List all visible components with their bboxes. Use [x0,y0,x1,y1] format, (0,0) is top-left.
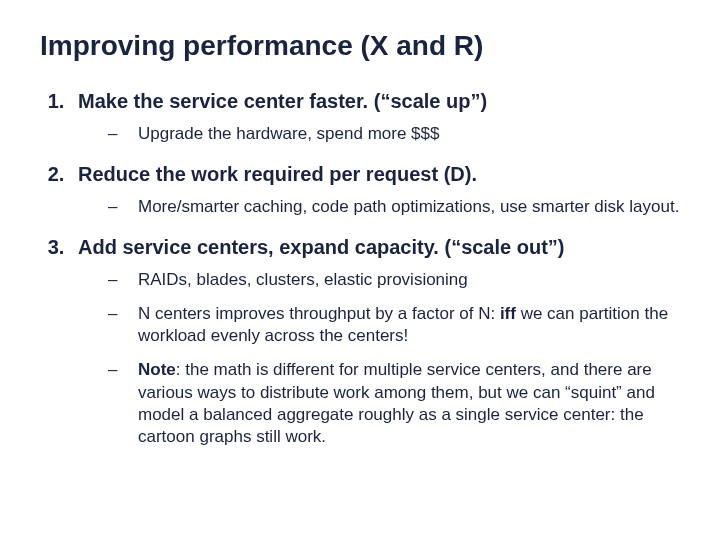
sub-list-3: RAIDs, blades, clusters, elastic provisi… [78,269,680,448]
sub-item-text: : the math is different for multiple ser… [138,360,655,445]
slide: Improving performance (X and R) Make the… [0,0,720,540]
sub-list-2: More/smarter caching, code path optimiza… [78,196,680,218]
sub-list-1: Upgrade the hardware, spend more $$$ [78,123,680,145]
sub-item: More/smarter caching, code path optimiza… [108,196,680,218]
sub-item-bold-prefix: Note [138,360,176,379]
list-item-3-text: Add service centers, expand capacity. (“… [78,236,564,258]
slide-title: Improving performance (X and R) [40,30,680,62]
list-item-2: Reduce the work required per request (D)… [70,163,680,218]
list-item-1: Make the service center faster. (“scale … [70,90,680,145]
sub-item: N centers improves throughput by a facto… [108,303,680,347]
sub-item: RAIDs, blades, clusters, elastic provisi… [108,269,680,291]
list-item-3: Add service centers, expand capacity. (“… [70,236,680,448]
sub-item: Note: the math is different for multiple… [108,359,680,447]
list-item-1-text: Make the service center faster. (“scale … [78,90,487,112]
sub-item: Upgrade the hardware, spend more $$$ [108,123,680,145]
list-item-2-text: Reduce the work required per request (D)… [78,163,477,185]
sub-item-prefix: N centers improves throughput by a facto… [138,304,500,323]
sub-item-bold: iff [500,304,516,323]
main-list: Make the service center faster. (“scale … [40,90,680,448]
